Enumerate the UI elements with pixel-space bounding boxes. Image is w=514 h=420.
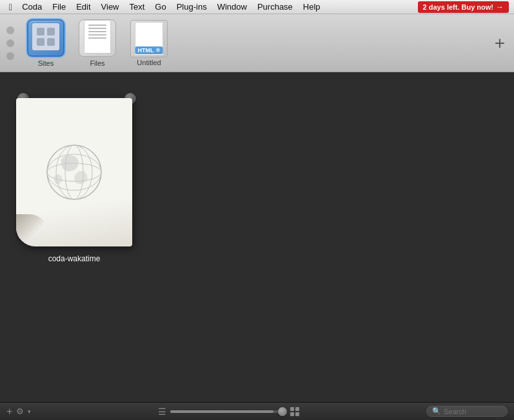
grid-cell-1 bbox=[290, 407, 294, 411]
menu-text[interactable]: Text bbox=[125, 1, 150, 12]
search-icon: 🔍 bbox=[432, 407, 441, 415]
zoom-slider-thumb[interactable] bbox=[278, 407, 287, 416]
html-tab-label: Untitled bbox=[137, 59, 161, 66]
menu-edit[interactable]: Edit bbox=[72, 1, 95, 12]
zoom-slider-track[interactable] bbox=[170, 410, 286, 413]
menu-file[interactable]: File bbox=[48, 1, 70, 12]
traffic-light-minimize bbox=[6, 39, 14, 47]
trial-badge[interactable]: 2 days left. Buy now! → bbox=[418, 1, 509, 13]
plugin-icon-wrap bbox=[10, 92, 139, 246]
menu-bar:  Coda File Edit View Text Go Plug-ins W… bbox=[0, 0, 514, 14]
add-tab-button[interactable]: + bbox=[495, 34, 505, 52]
sites-grid-svg bbox=[36, 27, 55, 46]
sites-tab-icon bbox=[27, 19, 64, 57]
tab-sites[interactable]: Sites bbox=[23, 19, 68, 67]
plugin-document bbox=[16, 98, 132, 246]
svg-rect-1 bbox=[47, 28, 55, 35]
bottom-list-icon[interactable]: ☰ bbox=[158, 406, 166, 417]
files-line-3 bbox=[88, 31, 106, 32]
menu-window[interactable]: Window bbox=[213, 1, 252, 12]
files-tab-label: Files bbox=[90, 59, 104, 67]
files-line-4 bbox=[88, 34, 106, 35]
tab-files[interactable]: Files bbox=[75, 19, 120, 67]
svg-rect-2 bbox=[37, 38, 44, 46]
files-tab-icon bbox=[79, 19, 116, 57]
menu-purchase[interactable]: Purchase bbox=[253, 1, 297, 12]
svg-point-4 bbox=[47, 145, 101, 199]
search-input[interactable] bbox=[444, 408, 502, 415]
menu-plugins[interactable]: Plug-ins bbox=[172, 1, 212, 12]
svg-point-8 bbox=[56, 145, 92, 199]
html-tab-icon: HTML bbox=[130, 20, 168, 57]
menu-view[interactable]: View bbox=[97, 1, 124, 12]
bottom-bar: + ⚙ ▾ ☰ 🔍 bbox=[0, 402, 514, 420]
grid-view-icon[interactable] bbox=[290, 407, 299, 416]
html-badge: HTML bbox=[135, 46, 163, 54]
zoom-slider-fill bbox=[170, 410, 273, 413]
files-line-1 bbox=[88, 25, 106, 26]
bottom-add-button[interactable]: + bbox=[6, 406, 12, 417]
grid-cell-2 bbox=[295, 407, 299, 411]
search-box[interactable]: 🔍 bbox=[426, 406, 508, 417]
traffic-light-expand bbox=[6, 52, 14, 60]
tab-untitled[interactable]: HTML Untitled bbox=[126, 20, 172, 66]
files-line-2 bbox=[88, 28, 106, 29]
main-content: coda-wakatime bbox=[0, 72, 514, 402]
bottom-gear-arrow-icon[interactable]: ▾ bbox=[28, 408, 31, 415]
toolbar: Sites Files HTML Untitled + bbox=[0, 14, 514, 72]
menu-coda[interactable]: Coda bbox=[17, 1, 46, 12]
bottom-center-controls: ☰ bbox=[35, 406, 422, 417]
svg-rect-3 bbox=[47, 38, 55, 46]
trial-arrow-icon: → bbox=[496, 3, 504, 12]
bottom-gear-button[interactable]: ⚙ bbox=[16, 406, 24, 416]
traffic-lights bbox=[6, 26, 14, 60]
trial-text: 2 days left. Buy now! bbox=[423, 3, 493, 11]
sites-tab-label: Sites bbox=[38, 59, 54, 67]
plugin-name-label: coda-wakatime bbox=[48, 254, 101, 263]
traffic-light-close bbox=[6, 26, 14, 34]
globe-icon bbox=[42, 140, 106, 205]
grid-cell-4 bbox=[295, 412, 299, 416]
menu-help[interactable]: Help bbox=[299, 1, 325, 12]
files-line-5 bbox=[88, 37, 106, 39]
grid-cell-3 bbox=[290, 412, 294, 416]
svg-rect-0 bbox=[37, 28, 44, 35]
html-close-dot bbox=[156, 48, 161, 52]
plugin-item[interactable]: coda-wakatime bbox=[26, 92, 123, 263]
apple-menu[interactable]:  bbox=[5, 2, 16, 12]
html-badge-text: HTML bbox=[138, 47, 154, 54]
sites-inner-icon bbox=[32, 23, 59, 50]
menu-go[interactable]: Go bbox=[150, 1, 170, 12]
files-inner-icon bbox=[84, 20, 111, 54]
